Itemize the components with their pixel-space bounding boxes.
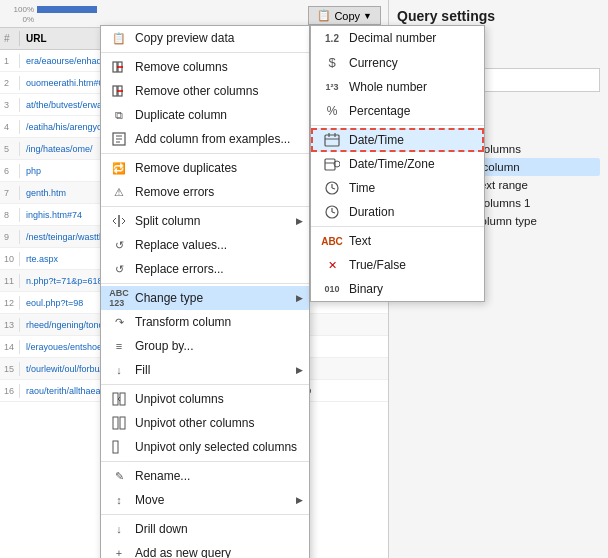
menu-move[interactable]: ↕ Move [101, 488, 309, 512]
split-column-icon [109, 213, 129, 229]
svg-rect-33 [113, 441, 118, 453]
transform-column-icon: ↷ [109, 314, 129, 330]
submenu-duration[interactable]: Duration [311, 200, 484, 224]
svg-line-43 [332, 188, 335, 189]
svg-line-46 [332, 212, 335, 213]
change-type-submenu: 1.2 Decimal number $ Currency 1²3 Whole … [310, 25, 485, 302]
duration-icon [321, 205, 343, 219]
date-time-icon [321, 133, 343, 147]
svg-rect-31 [113, 417, 118, 429]
pct2-label: 0% [4, 15, 34, 24]
pct1-bar [37, 6, 97, 13]
fill-icon: ↓ [109, 362, 129, 378]
remove-other-columns-icon [109, 83, 129, 99]
query-settings-title: Query settings [397, 8, 600, 24]
submenu-whole-number[interactable]: 1²3 Whole number [311, 75, 484, 99]
svg-rect-27 [113, 393, 118, 405]
drill-down-icon: ↓ [109, 521, 129, 537]
menu-change-type[interactable]: ABC123 Change type [101, 286, 309, 310]
submenu-percentage[interactable]: % Percentage [311, 99, 484, 123]
menu-replace-errors[interactable]: ↺ Replace errors... [101, 257, 309, 281]
time-icon [321, 181, 343, 195]
unpivot-other-icon [109, 415, 129, 431]
separator-2 [101, 153, 309, 154]
replace-values-icon: ↺ [109, 237, 129, 253]
move-icon: ↕ [109, 492, 129, 508]
submenu-currency[interactable]: $ Currency [311, 50, 484, 75]
submenu-binary[interactable]: 010 Binary [311, 277, 484, 301]
menu-remove-columns[interactable]: Remove columns [101, 55, 309, 79]
menu-add-column-from-examples[interactable]: Add column from examples... [101, 127, 309, 151]
date-time-zone-icon [321, 157, 343, 171]
submenu-sep-2 [311, 226, 484, 227]
submenu-decimal-number[interactable]: 1.2 Decimal number [311, 26, 484, 50]
menu-remove-duplicates[interactable]: 🔁 Remove duplicates [101, 156, 309, 180]
copy-preview-icon: 📋 [109, 30, 129, 46]
currency-icon: $ [321, 55, 343, 70]
replace-errors-icon: ↺ [109, 261, 129, 277]
separator-3 [101, 206, 309, 207]
svg-rect-34 [325, 135, 339, 146]
menu-split-column[interactable]: Split column [101, 209, 309, 233]
dropdown-arrow-icon: ▼ [363, 11, 372, 21]
unpivot-selected-icon [109, 439, 129, 455]
menu-rename[interactable]: ✎ Rename... [101, 464, 309, 488]
menu-duplicate-column[interactable]: ⧉ Duplicate column [101, 103, 309, 127]
svg-line-26 [122, 221, 125, 224]
menu-remove-errors[interactable]: ⚠ Remove errors [101, 180, 309, 204]
menu-remove-other-columns[interactable]: Remove other columns [101, 79, 309, 103]
decimal-number-icon: 1.2 [321, 33, 343, 44]
group-by-icon: ≡ [109, 338, 129, 354]
separator-4 [101, 283, 309, 284]
submenu-true-false[interactable]: ✕ True/False [311, 253, 484, 277]
remove-errors-icon: ⚠ [109, 184, 129, 200]
context-menu: 📋 Copy preview data Remove columns Remov… [100, 25, 310, 558]
menu-copy-preview-data[interactable]: 📋 Copy preview data [101, 26, 309, 50]
menu-replace-values[interactable]: ↺ Replace values... [101, 233, 309, 257]
whole-number-icon: 1²3 [321, 82, 343, 92]
separator-1 [101, 52, 309, 53]
percentage-icon: % [321, 104, 343, 118]
rename-icon: ✎ [109, 468, 129, 484]
add-column-examples-icon [109, 131, 129, 147]
submenu-text[interactable]: ABC Text [311, 229, 484, 253]
duplicate-column-icon: ⧉ [109, 107, 129, 123]
submenu-time[interactable]: Time [311, 176, 484, 200]
menu-fill[interactable]: ↓ Fill [101, 358, 309, 382]
menu-unpivot-only-selected[interactable]: Unpivot only selected columns [101, 435, 309, 459]
copy-button[interactable]: 📋 Copy ▼ [308, 6, 381, 25]
true-false-icon: ✕ [321, 259, 343, 272]
remove-columns-icon [109, 59, 129, 75]
svg-rect-12 [113, 62, 117, 72]
svg-rect-38 [325, 159, 335, 170]
submenu-date-time-zone[interactable]: Date/Time/Zone [311, 152, 484, 176]
add-new-query-icon: + [109, 545, 129, 558]
unpivot-columns-icon [109, 391, 129, 407]
menu-add-as-new-query[interactable]: + Add as new query [101, 541, 309, 558]
separator-5 [101, 384, 309, 385]
svg-rect-15 [113, 86, 117, 96]
remove-duplicates-icon: 🔁 [109, 160, 129, 176]
menu-unpivot-other-columns[interactable]: Unpivot other columns [101, 411, 309, 435]
menu-drill-down[interactable]: ↓ Drill down [101, 517, 309, 541]
submenu-sep-1 [311, 125, 484, 126]
text-icon: ABC [321, 236, 343, 247]
menu-transform-column[interactable]: ↷ Transform column [101, 310, 309, 334]
binary-icon: 010 [321, 284, 343, 294]
separator-6 [101, 461, 309, 462]
submenu-date-time[interactable]: Date/Time [311, 128, 484, 152]
svg-line-24 [113, 221, 116, 224]
separator-7 [101, 514, 309, 515]
copy-icon: 📋 [317, 9, 331, 22]
menu-group-by[interactable]: ≡ Group by... [101, 334, 309, 358]
svg-line-23 [113, 218, 116, 221]
svg-rect-32 [120, 417, 125, 429]
svg-rect-28 [120, 393, 125, 405]
pct1-label: 100% [4, 5, 34, 14]
change-type-icon: ABC123 [109, 290, 129, 306]
svg-line-25 [122, 218, 125, 221]
menu-unpivot-columns[interactable]: Unpivot columns [101, 387, 309, 411]
